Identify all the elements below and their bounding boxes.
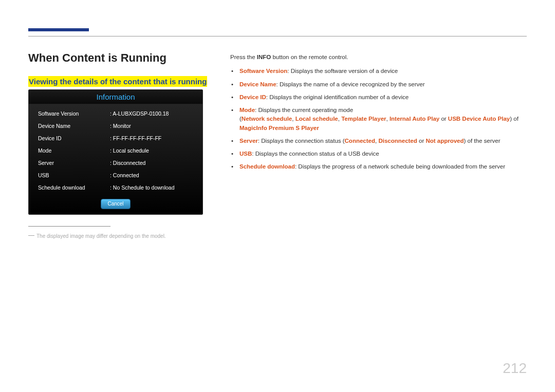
mode-opt4: Internal Auto Play — [390, 116, 439, 122]
server-opt1: Connected — [345, 138, 375, 144]
info-value: : FF-FF-FF-FF-FF-FF — [110, 135, 161, 141]
info-value: : Connected — [110, 172, 139, 178]
bullet-label: Server — [239, 138, 258, 144]
of: ) of — [510, 116, 519, 122]
bullet-desc: : Displays the connection status of a US… — [252, 151, 379, 157]
mode-opt3: Template Player — [341, 116, 386, 122]
cancel-button[interactable]: Cancel — [101, 199, 131, 209]
mode-opt1: Network schedule — [242, 116, 292, 122]
or: or — [417, 138, 426, 144]
information-panel: Information Software Version : A-LUBXGDS… — [28, 89, 203, 215]
bullet-label: Software Version — [239, 68, 287, 74]
server-desc-pre: : Displays the connection status ( — [258, 138, 345, 144]
subsection-title-wrap: Viewing the details of the content that … — [28, 77, 218, 86]
info-label: USB — [38, 172, 110, 178]
intro-line: Press the INFO button on the remote cont… — [230, 53, 524, 62]
info-label: Mode — [38, 147, 110, 154]
bullet-desc: : Displays the original identification n… — [266, 94, 409, 100]
info-value: : A-LUBXGDSP-0100.18 — [110, 110, 169, 117]
bullet-schedule-download: Schedule download: Displays the progress… — [230, 162, 524, 171]
server-opt2: Disconnected — [378, 138, 417, 144]
bullet-label: Schedule download — [239, 163, 295, 170]
mode-opt2: Local schedule — [295, 116, 338, 122]
info-row-mode: Mode : Local schedule — [38, 144, 193, 157]
page-number: 212 — [503, 360, 527, 377]
info-row-usb: USB : Connected — [38, 169, 193, 181]
info-row-device-name: Device Name : Monitor — [38, 120, 193, 132]
or: or — [439, 116, 448, 122]
bullet-list: Software Version: Displays the software … — [230, 67, 524, 171]
footnote: ―The displayed image may differ dependin… — [28, 232, 218, 239]
info-value: : Disconnected — [110, 160, 145, 166]
bullet-label: Device ID — [239, 94, 266, 100]
info-label: Device Name — [38, 123, 110, 129]
information-panel-body: Software Version : A-LUBXGDSP-0100.18 De… — [29, 104, 202, 196]
bullet-usb: USB: Displays the connection status of a… — [230, 150, 524, 158]
intro-bold: INFO — [257, 54, 271, 60]
info-label: Device ID — [38, 135, 110, 141]
info-label: Server — [38, 160, 110, 166]
footnote-rule — [28, 226, 110, 227]
intro-post: button on the remote control. — [271, 54, 348, 60]
section-title: When Content is Running — [28, 51, 218, 65]
info-row-device-id: Device ID : FF-FF-FF-FF-FF-FF — [38, 132, 193, 144]
information-panel-title: Information — [29, 90, 202, 104]
header-rule — [28, 36, 527, 36]
accent-bar — [28, 28, 89, 31]
bullet-device-id: Device ID: Displays the original identif… — [230, 93, 524, 102]
info-value: : No Schedule to download — [110, 184, 175, 191]
intro-pre: Press the — [230, 54, 257, 60]
bullet-desc: : Displays the name of a device recogniz… — [276, 81, 425, 87]
bullet-device-name: Device Name: Displays the name of a devi… — [230, 80, 524, 89]
bullet-server: Server: Displays the connection status (… — [230, 137, 524, 145]
info-row-schedule-download: Schedule download : No Schedule to downl… — [38, 181, 193, 194]
bullet-software-version: Software Version: Displays the software … — [230, 67, 524, 76]
footnote-dash-icon: ― — [28, 232, 34, 239]
bullet-desc: : Displays the software version of a dev… — [287, 68, 398, 74]
info-label: Schedule download — [38, 184, 110, 191]
bullet-label: Mode — [239, 107, 255, 113]
bullet-desc: : Displays the progress of a network sch… — [295, 163, 505, 170]
right-column: Press the INFO button on the remote cont… — [230, 53, 524, 176]
bullet-label: USB — [239, 151, 252, 157]
left-column: When Content is Running Viewing the deta… — [28, 51, 218, 239]
footnote-text: The displayed image may differ depending… — [36, 233, 166, 239]
bullet-mode: Mode: Displays the current operating mod… — [230, 106, 524, 133]
server-opt3: Not approved — [425, 138, 464, 144]
info-row-server: Server : Disconnected — [38, 157, 193, 169]
info-label: Software Version — [38, 110, 110, 117]
info-value: : Local schedule — [110, 147, 149, 154]
subsection-title: Viewing the details of the content that … — [28, 76, 207, 87]
info-row-software-version: Software Version : A-LUBXGDSP-0100.18 — [38, 107, 193, 120]
bullet-label: Device Name — [239, 81, 276, 87]
bullet-desc: : Displays the current operating mode — [255, 107, 353, 113]
mode-product: MagicInfo Premium S Player — [239, 125, 319, 131]
info-value: : Monitor — [110, 123, 131, 129]
server-desc-post: ) of the server — [464, 138, 501, 144]
mode-opt5: USB Device Auto Play — [448, 116, 510, 122]
